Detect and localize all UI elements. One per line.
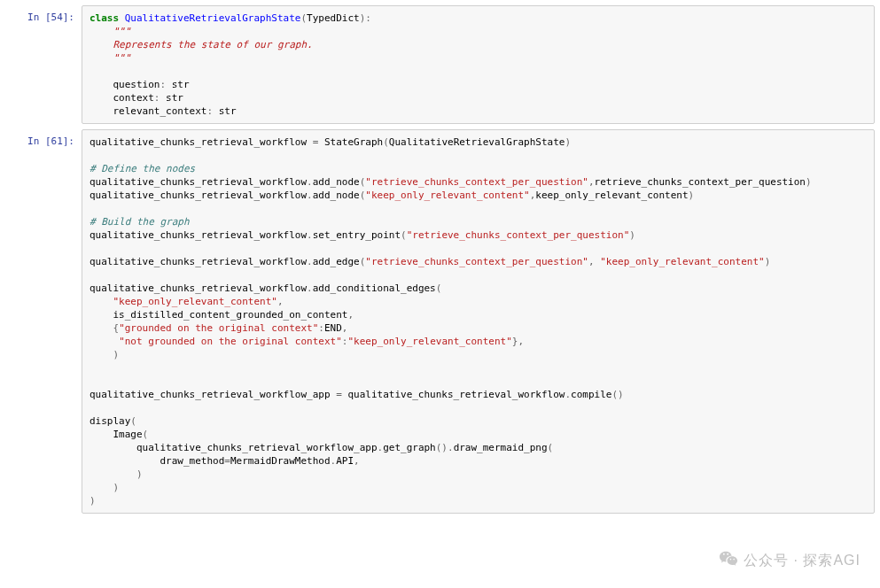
token-name: TypedDict [307,12,360,24]
token-op: . [307,282,313,294]
token-op: ) [689,190,695,201]
token-op: , [354,455,360,467]
token-cls: QualitativeRetrievalGraphState [125,12,301,24]
token-name [90,336,119,347]
token-op: ) [113,349,120,360]
token-op: . [307,176,313,188]
token-name [90,482,113,493]
code-cell: In [61]:qualitative_chunks_retrieval_wor… [5,129,875,514]
token-op: ( [436,282,442,294]
token-name [90,296,113,307]
token-name: qualitative_chunks_retrieval_workflow [90,229,307,241]
token-name: display [90,415,130,427]
token-op: () [611,389,623,400]
token-name: qualitative_chunks_retrieval_workflow_ap… [90,389,336,400]
token-op: : [318,322,324,334]
token-name: MermaidDrawMethod [230,455,331,467]
token-name: qualitative_chunks_retrieval_workflow [90,256,307,267]
token-kw-green: class [90,12,119,24]
token-op: ( [143,429,149,440]
token-name: QualitativeRetrievalGraphState [389,136,565,148]
token-op: . [307,190,313,201]
token-name: add_conditional_edges [313,282,436,294]
token-op: ): [360,12,371,24]
token-name: set_entry_point [313,229,401,241]
token-name: keep_only_relevant_content [535,190,688,201]
token-op: , [277,296,284,307]
token-op: }, [512,336,524,347]
token-name: get_graph [383,442,436,453]
code-cell: In [54]:class QualitativeRetrievalGraphS… [5,5,875,124]
token-docstr: Represents the state of our graph. [90,39,313,50]
cell-prompt: In [61]: [5,129,82,514]
token-op: , [588,176,595,188]
token-name: retrieve_chunks_context_per_question [595,176,806,188]
token-op: ) [629,229,635,241]
token-name: END [324,322,342,334]
token-op: = [336,389,342,400]
code-input[interactable]: class QualitativeRetrievalGraphState(Typ… [82,5,875,124]
token-name: context [90,92,154,104]
token-op: ) [90,495,96,507]
token-name [119,12,125,24]
token-docstr: """ [113,26,131,37]
token-name: str [160,92,183,104]
token-name: StateGraph [318,136,383,148]
token-name: qualitative_chunks_retrieval_workflow [342,389,565,400]
token-op: ) [113,482,120,493]
token-op: ( [130,415,136,427]
token-name: add_node [313,190,360,201]
notebook-container: In [54]:class QualitativeRetrievalGraphS… [5,5,875,514]
token-name: is_distilled_content_grounded_on_content [90,309,347,321]
token-name: qualitative_chunks_retrieval_workflow_ap… [90,442,378,453]
token-docstr: """ [90,52,130,64]
token-name: relevant_context [90,105,206,117]
code-input[interactable]: qualitative_chunks_retrieval_workflow = … [82,129,875,514]
token-name: compile [571,389,611,400]
token-name: qualitative_chunks_retrieval_workflow [90,136,313,148]
token-name: draw_method [90,455,224,467]
token-name [90,322,113,334]
token-name [90,26,113,37]
token-name: Image [90,429,143,440]
token-name [90,349,113,360]
token-str: "retrieve_chunks_context_per_question" [365,176,588,188]
token-name: draw_mermaid_png [454,442,548,453]
token-str: "keep_only_relevant_content" [600,256,764,267]
token-name: add_node [313,176,360,188]
token-name: question [90,79,160,90]
token-op: ) [806,176,812,188]
token-op: , [588,256,600,267]
token-name: str [166,79,190,90]
token-com: # Build the graph [90,216,190,228]
token-name: API [336,455,354,467]
token-name [90,468,136,480]
cell-prompt: In [54]: [5,5,82,124]
token-op: = [224,455,230,467]
token-str: "not grounded on the original context" [119,336,342,347]
token-op: ( [383,136,389,148]
token-op: ) [565,136,571,148]
token-com: # Define the nodes [90,163,195,174]
token-name: add_edge [313,256,360,267]
token-str: "keep_only_relevant_content" [365,190,529,201]
token-op: ( [548,442,554,453]
token-str: "grounded on the original context" [119,322,318,334]
token-name: str [213,105,237,117]
token-str: "retrieve_chunks_context_per_question" [407,229,630,241]
token-op: . [307,229,313,241]
token-op: , [347,309,354,321]
token-op: , [342,322,348,334]
token-op: ) [136,468,143,480]
token-str: "keep_only_relevant_content" [113,296,277,307]
token-op: . [307,256,313,267]
token-op: ( [401,229,407,241]
token-name: qualitative_chunks_retrieval_workflow [90,190,307,201]
token-op: ) [765,256,771,267]
token-str: "keep_only_relevant_content" [347,336,511,347]
token-name: qualitative_chunks_retrieval_workflow [90,282,307,294]
token-op: (). [436,442,454,453]
token-name: qualitative_chunks_retrieval_workflow [90,176,307,188]
token-str: "retrieve_chunks_context_per_question" [365,256,588,267]
